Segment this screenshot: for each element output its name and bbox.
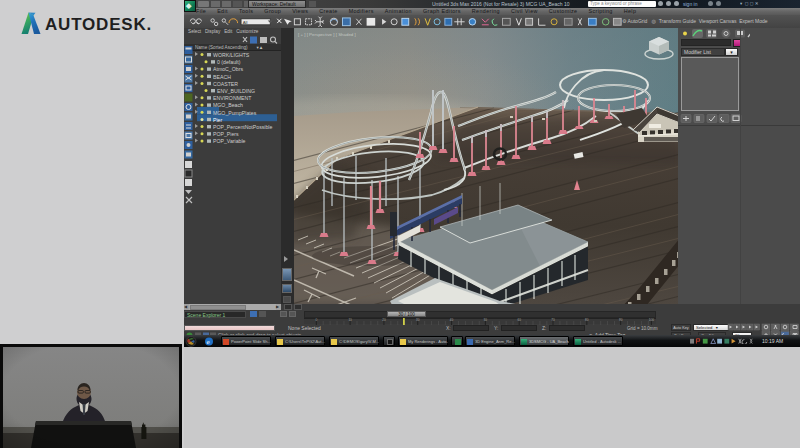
svg-text:AtmoC_Obrs: AtmoC_Obrs — [213, 66, 243, 72]
svg-text:COASTER: COASTER — [213, 81, 238, 87]
svg-text:50: 50 — [484, 318, 487, 322]
svg-text:80: 80 — [585, 318, 588, 322]
svg-text:40: 40 — [450, 318, 453, 322]
svg-text:BEACH: BEACH — [213, 74, 231, 80]
svg-text:[ + ] [ Perspective ] [ Shaded: [ + ] [ Perspective ] [ Shaded ] — [298, 32, 356, 37]
svg-text:90: 90 — [619, 318, 622, 322]
svg-text:All: All — [243, 20, 248, 25]
svg-text:POP_Variable: POP_Variable — [213, 138, 246, 144]
svg-text:0 (default): 0 (default) — [217, 59, 241, 65]
svg-text:MGO_Beach: MGO_Beach — [213, 102, 243, 108]
svg-text:30: 30 — [416, 318, 419, 322]
svg-text:ENVIRONMENT: ENVIRONMENT — [213, 95, 252, 101]
svg-text:WORK/LIGHTS: WORK/LIGHTS — [213, 52, 250, 58]
svg-text:e: e — [207, 338, 210, 346]
svg-text:MGO_PumpPlates: MGO_PumpPlates — [213, 110, 257, 116]
svg-text:0: 0 — [315, 318, 317, 322]
svg-text:POP_PercentNotPossible: POP_PercentNotPossible — [213, 124, 273, 130]
svg-text:POP_Piers: POP_Piers — [213, 131, 239, 137]
svg-text:AUTODESK.: AUTODESK. — [45, 15, 152, 34]
svg-text:70: 70 — [551, 318, 554, 322]
svg-text:10: 10 — [348, 318, 351, 322]
svg-text:100: 100 — [649, 318, 654, 322]
svg-text:60: 60 — [517, 318, 520, 322]
svg-text:ENV_BUILDING: ENV_BUILDING — [217, 88, 255, 94]
svg-text:Pier: Pier — [213, 117, 222, 123]
svg-text:20: 20 — [382, 318, 385, 322]
